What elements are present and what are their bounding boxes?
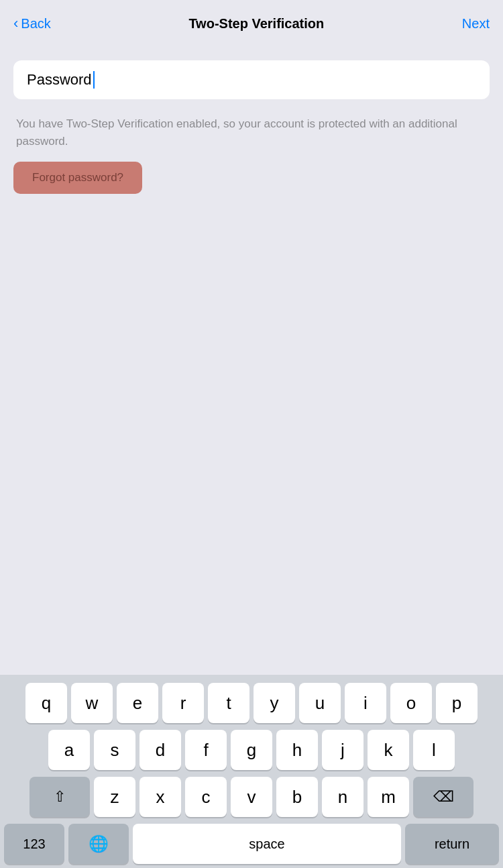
key-b[interactable]: b [276,777,318,817]
keyboard-row-2: a s d f g h j k l [4,730,499,770]
key-o[interactable]: o [390,683,432,723]
key-g[interactable]: g [231,730,272,770]
key-v[interactable]: v [231,777,272,817]
key-u[interactable]: u [299,683,341,723]
delete-key[interactable]: ⌫ [413,777,473,817]
main-content: Password You have Two-Step Verification … [0,47,503,194]
keyboard: q w e r t y u i o p a s d f g h j k l ⇧ … [0,675,503,868]
key-l[interactable]: l [413,730,455,770]
key-t[interactable]: t [208,683,249,723]
key-r[interactable]: r [162,683,204,723]
key-i[interactable]: i [345,683,386,723]
text-cursor [93,71,95,89]
key-m[interactable]: m [368,777,409,817]
keyboard-row-4: 123 🌐 space return [4,824,499,864]
space-label: space [249,836,284,852]
space-key[interactable]: space [133,824,401,864]
key-q[interactable]: q [25,683,67,723]
forgot-password-button[interactable]: Forgot password? [13,162,142,194]
back-button[interactable]: ‹ Back [13,15,51,32]
globe-key[interactable]: 🌐 [68,824,129,864]
page-title: Two-Step Verification [188,16,324,32]
key-z[interactable]: z [94,777,135,817]
key-y[interactable]: y [254,683,295,723]
globe-icon: 🌐 [89,834,109,853]
navigation-bar: ‹ Back Two-Step Verification Next [0,0,503,47]
key-a[interactable]: a [48,730,90,770]
key-e[interactable]: e [117,683,158,723]
chevron-left-icon: ‹ [13,15,18,32]
shift-icon: ⇧ [54,788,66,806]
key-k[interactable]: k [368,730,409,770]
key-d[interactable]: d [139,730,181,770]
shift-key[interactable]: ⇧ [30,777,90,817]
forgot-password-label: Forgot password? [32,171,123,184]
numbers-label: 123 [23,836,45,852]
keyboard-row-3: ⇧ z x c v b n m ⌫ [4,777,499,817]
numbers-key[interactable]: 123 [4,824,64,864]
key-n[interactable]: n [322,777,364,817]
key-f[interactable]: f [185,730,227,770]
back-label: Back [21,16,50,32]
key-h[interactable]: h [276,730,318,770]
key-s[interactable]: s [94,730,135,770]
password-input-container[interactable]: Password [13,60,490,99]
password-text: Password [27,71,92,89]
delete-icon: ⌫ [433,788,454,806]
next-button[interactable]: Next [462,16,490,32]
key-p[interactable]: p [436,683,478,723]
key-w[interactable]: w [71,683,113,723]
key-j[interactable]: j [322,730,364,770]
key-c[interactable]: c [185,777,227,817]
return-key[interactable]: return [405,824,499,864]
keyboard-row-1: q w e r t y u i o p [4,683,499,723]
return-label: return [435,836,469,852]
info-text: You have Two-Step Verification enabled, … [13,115,490,150]
key-x[interactable]: x [139,777,181,817]
